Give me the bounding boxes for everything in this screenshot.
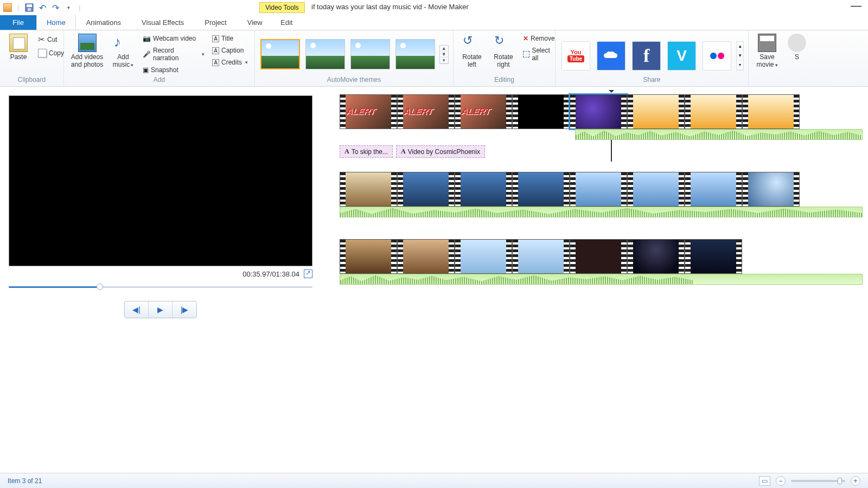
share-facebook-button[interactable]: f (632, 41, 661, 70)
rotate-left-button[interactable]: ↺ Rotate left (458, 33, 486, 69)
clip[interactable] (455, 94, 512, 129)
caption-clip-1[interactable]: ATo skip the... (340, 145, 393, 158)
clip[interactable] (340, 94, 397, 129)
webcam-video-button[interactable]: 📷Webcam video (141, 34, 207, 43)
tab-animations[interactable]: Animations (76, 15, 131, 30)
titlebar: | ↶ ↷ ▾ | Video Tools if today was your … (0, 0, 868, 15)
automovie-theme-3[interactable] (350, 39, 390, 69)
copy-button[interactable]: Copy (36, 48, 66, 59)
audio-track-1[interactable] (575, 129, 863, 140)
video-tools-contextual-tab: Video Tools (259, 2, 305, 13)
audio-track-3[interactable] (340, 274, 863, 285)
qat-save-button[interactable] (24, 3, 34, 12)
clip[interactable] (570, 172, 627, 207)
webcam-icon: 📷 (143, 35, 151, 42)
tab-view[interactable]: View (237, 15, 273, 30)
fullscreen-button[interactable] (304, 269, 312, 278)
add-videos-photos-button[interactable]: Add videos and photos (68, 33, 106, 69)
clip[interactable] (627, 94, 685, 129)
play-button[interactable]: ▶ (149, 301, 173, 318)
clip-selected[interactable] (570, 94, 627, 129)
clip[interactable] (340, 239, 397, 274)
share-youtube-button[interactable]: YouTube (561, 41, 590, 70)
cut-button[interactable]: ✂Cut (36, 34, 66, 46)
app-icon (3, 3, 12, 12)
clip[interactable] (570, 239, 627, 274)
seek-slider[interactable] (9, 281, 312, 292)
clip[interactable] (340, 172, 397, 207)
preview-video[interactable] (9, 95, 312, 266)
caption-icon: A (212, 47, 219, 54)
clip[interactable] (685, 172, 742, 207)
clip[interactable] (455, 239, 512, 274)
tab-file[interactable]: File (0, 15, 36, 30)
ribbon: Paste ✂Cut Copy Clipboard Add videos and… (0, 30, 868, 87)
clip[interactable] (512, 239, 570, 274)
clip[interactable] (742, 94, 800, 129)
timeline-pane[interactable]: ATo skip the... AVideo by CosmicPhoenix (330, 87, 868, 473)
clip[interactable] (397, 172, 455, 207)
svg-rect-1 (27, 4, 32, 7)
group-label-editing: Editing (458, 76, 551, 85)
select-all-button[interactable]: Select all (521, 46, 557, 63)
clip[interactable] (627, 239, 685, 274)
share-flickr-button[interactable] (703, 41, 731, 70)
save-movie-button[interactable]: Save movie▾ (753, 33, 781, 70)
zoom-out-button[interactable]: − (776, 476, 786, 486)
automovie-theme-1[interactable] (260, 39, 300, 69)
clip[interactable] (742, 172, 800, 207)
view-toggle-button[interactable]: ▭ (759, 476, 770, 486)
sign-in-icon (788, 34, 806, 52)
window-title: if today was your last day music vid - M… (311, 3, 469, 11)
microphone-icon: 🎤 (143, 50, 151, 58)
clip[interactable] (627, 172, 685, 207)
record-narration-button[interactable]: 🎤Record narration▾ (141, 46, 207, 63)
share-scroll-up[interactable]: ▲ (737, 42, 743, 51)
sign-in-button[interactable]: S (784, 33, 809, 62)
zoom-in-button[interactable]: + (851, 476, 860, 486)
clip[interactable] (685, 239, 742, 274)
clip[interactable] (512, 94, 570, 129)
clip[interactable] (455, 172, 512, 207)
caption-clip-2[interactable]: AVideo by CosmicPhoenix (396, 145, 485, 158)
clip[interactable] (397, 94, 455, 129)
rotate-right-button[interactable]: ↻ Rotate right (489, 33, 518, 69)
title-button[interactable]: ATitle (210, 34, 250, 43)
caption-button[interactable]: ACaption (210, 46, 250, 55)
automovie-theme-4[interactable] (395, 39, 435, 69)
tab-visual-effects[interactable]: Visual Effects (131, 15, 194, 30)
zoom-slider[interactable] (791, 480, 845, 482)
automovie-theme-2[interactable] (305, 39, 345, 69)
prev-frame-button[interactable]: ◀| (125, 301, 149, 318)
clip[interactable] (397, 239, 455, 274)
clip[interactable] (685, 94, 742, 129)
tab-edit[interactable]: Edit (270, 15, 303, 30)
share-onedrive-button[interactable] (597, 41, 626, 70)
timeline-row-1: ATo skip the... AVideo by CosmicPhoenix (340, 94, 863, 158)
snapshot-button[interactable]: ▣Snapshot (141, 65, 207, 75)
audio-track-2[interactable] (340, 207, 863, 217)
svg-point-3 (710, 53, 717, 59)
remove-button[interactable]: ✕Remove (521, 34, 557, 43)
share-expand[interactable]: ▾ (737, 61, 743, 70)
credits-button[interactable]: ACredits▾ (210, 57, 250, 67)
tab-project[interactable]: Project (194, 15, 237, 30)
share-scroll-down[interactable]: ▼ (737, 51, 743, 60)
minimize-button[interactable]: — (851, 3, 861, 8)
group-label-clipboard: Clipboard (4, 76, 59, 85)
next-frame-button[interactable]: |▶ (173, 301, 196, 318)
preview-pane: 00:35.97/01:38.04 ◀| ▶ |▶ (0, 87, 330, 473)
qat-redo-button[interactable]: ↷ (50, 3, 60, 12)
share-vimeo-button[interactable]: V (667, 41, 696, 70)
qat-undo-button[interactable]: ↶ (37, 3, 47, 12)
svg-rect-2 (28, 8, 31, 11)
themes-expand[interactable]: ▾ (440, 57, 448, 63)
tab-home[interactable]: Home (36, 15, 76, 30)
clip[interactable] (512, 172, 570, 207)
preview-timecode: 00:35.97/01:38.04 (242, 270, 299, 278)
paste-button[interactable]: Paste (4, 33, 33, 62)
themes-scroll-up[interactable]: ▲ (440, 46, 448, 52)
add-music-button[interactable]: ♪ Add music▾ (109, 33, 137, 70)
qat-customize-button[interactable]: ▾ (63, 3, 73, 12)
themes-scroll-down[interactable]: ▼ (440, 52, 448, 57)
